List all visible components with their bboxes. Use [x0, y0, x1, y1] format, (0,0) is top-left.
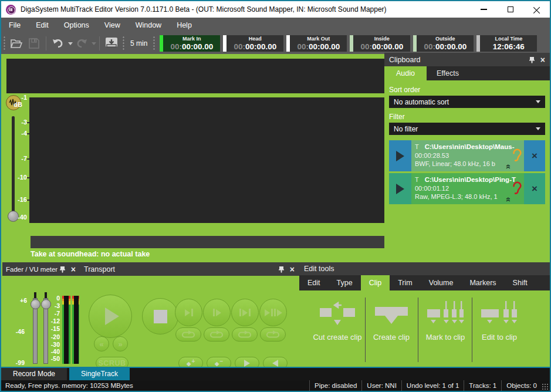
panel-close-icon[interactable]: ×	[290, 265, 295, 273]
menu-view[interactable]: View	[97, 18, 128, 33]
undo-dropdown-caret[interactable]	[68, 42, 73, 45]
rewind-button[interactable]: «	[94, 336, 109, 352]
tab-volume[interactable]: Volume	[421, 275, 462, 290]
transport-title-bar: Transport ×	[79, 262, 299, 276]
play-from-mark-button[interactable]	[203, 299, 231, 326]
play-around-mark-button[interactable]	[259, 299, 287, 326]
time-label: Mark Out	[307, 36, 330, 42]
filter-select[interactable]: No filter	[389, 123, 545, 135]
loop-button[interactable]	[175, 327, 201, 342]
save-button[interactable]	[25, 35, 43, 52]
menu-file[interactable]: File	[1, 18, 28, 33]
mark-to-clip-button[interactable]: Mark to clip	[419, 299, 472, 342]
menu-edit[interactable]: Edit	[28, 18, 56, 33]
take-status-text: Take at soundhead: no actual take	[31, 250, 150, 258]
toolbar-grip[interactable]	[153, 36, 156, 51]
clip-remove-button[interactable]: ×	[524, 140, 545, 171]
vu-scale-value: -30	[47, 341, 60, 348]
menu-help[interactable]: Help	[169, 18, 200, 33]
resize-grip[interactable]	[542, 383, 549, 390]
tab-shift[interactable]: Shift	[505, 275, 536, 290]
cut-create-clip-button[interactable]: Cut create clip	[311, 299, 364, 342]
waveform-display[interactable]	[29, 97, 386, 223]
edit-to-clip-icon	[480, 299, 519, 330]
minimize-button[interactable]	[471, 1, 497, 18]
menu-window[interactable]: Window	[128, 18, 169, 33]
close-icon	[533, 6, 540, 13]
fader-knob[interactable]	[31, 299, 40, 309]
pin-icon[interactable]	[279, 266, 284, 273]
status-tracks: Tracks: 1	[464, 380, 501, 391]
clip-duration: 00:00:28.53	[415, 151, 510, 160]
redo-button[interactable]	[73, 35, 90, 52]
tab-clip[interactable]: Clip	[361, 275, 390, 290]
tab-singletrack[interactable]: SingleTrack	[69, 368, 130, 380]
time-value: 12:06:46	[493, 42, 525, 51]
window-title: DigaSystem MultiTrack Editor Version 7.0…	[21, 5, 387, 13]
menu-bar: File Edit Options View Window Help	[1, 18, 550, 33]
sort-order-value: No automatic sort	[394, 98, 449, 106]
collapse-chevrons-icon[interactable]: «	[505, 197, 512, 202]
play-button[interactable]	[89, 295, 132, 338]
panel-title-text: Clipboard	[389, 56, 421, 64]
save-icon	[29, 38, 39, 49]
edit-tools-tabs: Edit Type Clip Trim Volume Markers Shift	[299, 275, 551, 290]
clip-play-button[interactable]	[389, 173, 411, 204]
toolbar-grip[interactable]	[3, 36, 6, 51]
stop-button[interactable]	[142, 298, 178, 334]
time-label: Outside	[435, 36, 455, 42]
time-display-head[interactable]: Head 00:00:00.00	[223, 35, 283, 52]
loop-button[interactable]	[260, 327, 286, 342]
time-display-local-time[interactable]: Local Time 12:06:46	[476, 35, 537, 52]
clip-play-button[interactable]	[389, 140, 411, 171]
track-header-bar[interactable]	[6, 59, 386, 93]
import-button[interactable]	[103, 35, 120, 52]
close-button[interactable]	[523, 1, 550, 18]
play-between-marks-button[interactable]	[231, 299, 259, 326]
redo-dropdown-caret[interactable]	[92, 42, 96, 45]
open-button[interactable]	[8, 35, 25, 52]
play-to-mark-button[interactable]	[175, 299, 202, 326]
undo-button[interactable]	[49, 35, 67, 52]
forward-button[interactable]: »	[113, 336, 128, 352]
time-display-outside[interactable]: Outside 00:00:00.00	[413, 35, 474, 52]
edit-to-clip-button[interactable]: Edit to clip	[473, 299, 526, 342]
loop-button[interactable]	[204, 327, 229, 342]
open-folder-icon	[10, 38, 23, 49]
toolbar-grip[interactable]	[122, 36, 125, 51]
take-info-bar	[31, 236, 386, 248]
listen-ear-icon[interactable]	[512, 148, 522, 163]
loop-button[interactable]	[232, 327, 258, 342]
add-marker-icon: ◆	[187, 360, 191, 367]
time-display-mark-out[interactable]: Mark Out 00:00:00.00	[286, 35, 347, 52]
tab-markers[interactable]: Markers	[461, 275, 504, 290]
clip-remove-button[interactable]: ×	[524, 173, 545, 204]
filter-value: No filter	[394, 125, 418, 133]
panel-close-icon[interactable]: ×	[71, 265, 76, 273]
pin-icon[interactable]	[529, 56, 535, 63]
create-clip-button[interactable]: Create clip	[365, 299, 418, 342]
clip-item[interactable]: T C:\Users\nin\Desktop\Ping-T 00:00:01.1…	[389, 173, 545, 204]
tab-audio[interactable]: Audio	[384, 66, 427, 80]
db-zoom-slider-track[interactable]	[12, 116, 15, 219]
tab-record-mode[interactable]: Record Mode	[1, 368, 67, 380]
tab-effects[interactable]: Effects	[427, 66, 469, 80]
pin-icon[interactable]	[60, 266, 65, 273]
collapse-chevrons-icon[interactable]: «	[505, 164, 512, 169]
menu-options[interactable]: Options	[56, 18, 97, 33]
cut-create-clip-icon	[318, 299, 357, 330]
chevron-down-icon	[536, 127, 540, 130]
listen-ear-icon[interactable]	[512, 181, 522, 195]
time-display-mark-in[interactable]: Mark In 00:00:00.00	[160, 35, 220, 52]
clip-duration: 00:00:01.12	[415, 184, 510, 192]
tab-type[interactable]: Type	[329, 275, 361, 290]
sort-order-select[interactable]: No automatic sort	[389, 96, 545, 108]
fader-vu-panel: Fader / VU meter × +6 -46 -99 0 -3 -7 -1…	[2, 262, 79, 368]
clip-item[interactable]: T C:\Users\nin\Desktop\Maus- 00:00:28.53…	[389, 140, 545, 171]
tab-edit[interactable]: Edit	[299, 275, 329, 290]
fader-scale-value: -46	[12, 328, 25, 335]
time-display-inside[interactable]: Inside 00:00:00.00	[350, 35, 410, 52]
tab-trim[interactable]: Trim	[390, 275, 421, 290]
maximize-button[interactable]	[497, 1, 523, 18]
panel-close-icon[interactable]: ×	[540, 56, 545, 64]
